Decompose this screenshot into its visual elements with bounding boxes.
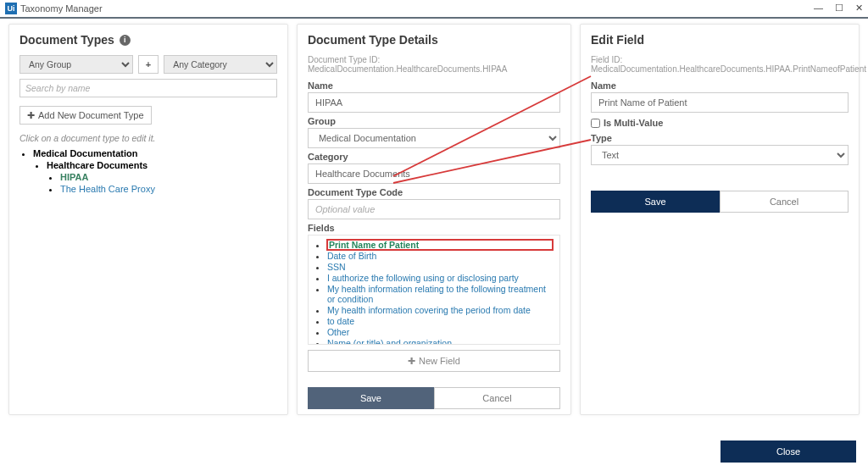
type-label: Type (591, 133, 849, 143)
maximize-icon[interactable]: ☐ (835, 3, 843, 14)
field-item[interactable]: Name (or title) and organization (327, 338, 553, 345)
is-multi-value-label: Is Multi-Value (604, 118, 663, 128)
field-item-print-name[interactable]: Print Name of Patient (327, 240, 553, 250)
plus-circle-icon: ✚ (408, 356, 415, 367)
edit-field-panel: Edit Field Field ID: MedicalDocumentatio… (580, 24, 860, 415)
plus-icon: + (146, 59, 151, 69)
edit-field-heading: Edit Field (591, 33, 849, 47)
tree-item-health-care-proxy[interactable]: The Health Care Proxy (60, 184, 277, 194)
field-item[interactable]: to date (327, 316, 553, 326)
is-multi-value-checkbox[interactable] (591, 119, 600, 128)
category-select[interactable]: Any Category (164, 55, 277, 74)
document-types-heading-text: Document Types (19, 33, 114, 47)
edit-field-save-button[interactable]: Save (591, 191, 720, 213)
field-item[interactable]: I authorize the following using or discl… (327, 273, 553, 283)
tree-child[interactable]: Healthcare Documents (47, 160, 147, 170)
close-icon[interactable]: ✕ (855, 3, 863, 14)
search-input[interactable] (19, 79, 277, 97)
window-titlebar: Ui Taxonomy Manager — ☐ ✕ (0, 0, 868, 17)
cancel-button[interactable]: Cancel (434, 387, 560, 409)
add-group-button[interactable]: + (138, 55, 159, 74)
tree-root[interactable]: Medical Documentation (33, 148, 137, 158)
plus-circle-icon: ✚ (27, 110, 35, 121)
category-input[interactable] (308, 163, 560, 184)
name-input[interactable] (308, 92, 560, 113)
document-type-details-panel: Document Type Details Document Type ID: … (297, 24, 571, 415)
field-name-input[interactable] (591, 92, 849, 113)
field-item[interactable]: My health information covering the perio… (327, 305, 553, 315)
info-icon[interactable]: i (120, 35, 131, 46)
new-field-button[interactable]: ✚ New Field (308, 350, 560, 372)
group-select[interactable]: Any Group (19, 55, 133, 74)
new-field-label: New Field (419, 356, 460, 366)
document-tree: Medical Documentation Healthcare Documen… (19, 148, 277, 194)
document-types-panel: Document Types i Any Group + Any Categor… (8, 24, 288, 415)
app-icon: Ui (5, 3, 17, 14)
name-label: Name (308, 80, 560, 91)
code-input[interactable] (308, 199, 560, 219)
field-item[interactable]: My health information relating to the fo… (327, 284, 553, 304)
field-item[interactable]: Date of Birth (327, 251, 553, 261)
save-button[interactable]: Save (308, 387, 434, 409)
window-title: Taxonomy Manager (20, 3, 103, 14)
edit-field-cancel-button[interactable]: Cancel (720, 191, 849, 213)
minimize-icon[interactable]: — (814, 3, 823, 14)
add-new-document-type-button[interactable]: ✚ Add New Document Type (19, 106, 152, 125)
field-item[interactable]: Other (327, 327, 553, 337)
group-label: Group (308, 116, 560, 126)
field-item[interactable]: SSN (327, 262, 553, 272)
add-new-document-type-label: Add New Document Type (38, 110, 144, 120)
details-heading: Document Type Details (308, 33, 560, 47)
category-label: Category (308, 152, 560, 162)
document-types-heading: Document Types i (19, 33, 277, 47)
tree-item-hipaa[interactable]: HIPAA (60, 172, 277, 182)
fields-list[interactable]: Print Name of Patient Date of Birth SSN … (308, 235, 560, 345)
document-type-id: Document Type ID: MedicalDocumentation.H… (308, 55, 560, 74)
group-input[interactable]: Medical Documentation (308, 128, 560, 148)
type-select[interactable]: Text (591, 145, 849, 165)
fields-label: Fields (308, 223, 560, 233)
code-label: Document Type Code (308, 187, 560, 197)
edit-hint: Click on a document type to edit it. (19, 133, 277, 143)
field-name-label: Name (591, 80, 849, 91)
field-id: Field ID: MedicalDocumentation.Healthcar… (591, 55, 849, 74)
